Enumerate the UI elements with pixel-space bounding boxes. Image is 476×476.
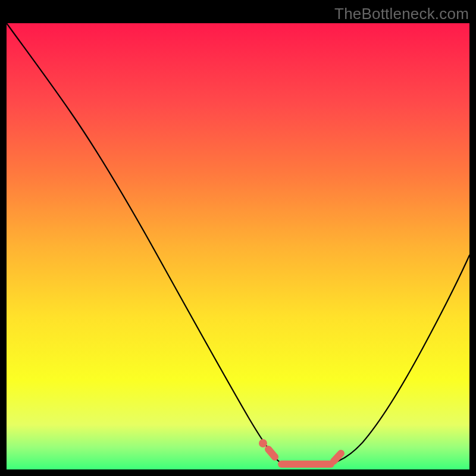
bottleneck-curve-left bbox=[7, 23, 286, 465]
optimal-marker-left-dash bbox=[268, 449, 275, 457]
chart-svg bbox=[7, 23, 469, 469]
optimal-marker-left-dot bbox=[259, 439, 267, 447]
bottleneck-curve-right bbox=[325, 255, 469, 465]
chart-frame bbox=[7, 23, 469, 469]
watermark-text: TheBottleneck.com bbox=[334, 5, 469, 23]
